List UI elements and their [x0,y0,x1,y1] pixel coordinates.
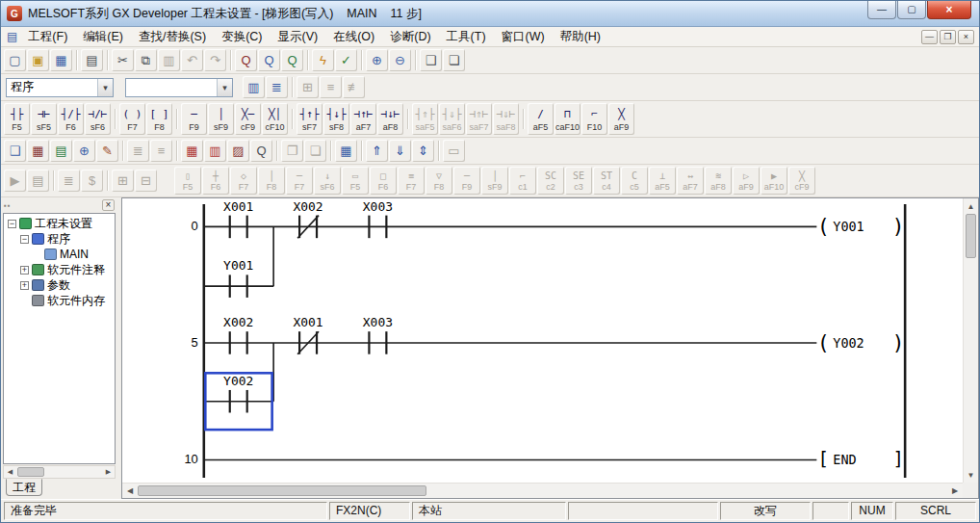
vertical-scrollbar[interactable]: ▲ ▼ [963,198,978,483]
expander-icon[interactable]: − [8,220,16,228]
delete-vertical-line-button[interactable]: ╳│cF10 [262,103,288,135]
find-contact-coil-button[interactable]: Q [235,49,257,71]
horizontal-scrollbar[interactable]: ◀ ▶ [122,483,963,498]
cut-button[interactable]: ✂ [112,49,134,71]
collapse-all-button[interactable]: ⊟ [135,170,157,192]
tree-item-device-comment[interactable]: +软元件注释 [4,262,115,277]
scroll-up-icon[interactable]: ▲ [964,198,978,214]
horizontal-line-button[interactable]: ─F9 [181,103,207,135]
pulse-conversion-button[interactable]: ⊓caF10 [554,103,580,135]
scroll-thumb[interactable] [17,467,44,477]
falling-pulse-button[interactable]: ┤↓├sF8 [323,103,349,135]
convert-program-button[interactable]: ϟ [312,49,334,71]
sfc-st-button[interactable]: STc4 [593,167,620,195]
tab-project[interactable]: 工程 [6,479,42,496]
menu-item-find-replace[interactable]: 查找/替换(S) [131,28,214,46]
menu-item-window[interactable]: 窗口(W) [494,28,553,46]
scroll-thumb[interactable] [966,214,976,258]
note-edit-button[interactable]: ≢ [343,76,365,98]
contact-X001[interactable]: X001 [223,199,253,238]
comment-edit-button[interactable]: ⊞ [297,76,319,98]
tile-windows-button[interactable]: ❐ [281,140,303,162]
find-instruction-button[interactable]: Q [281,49,303,71]
contact-X003[interactable]: X003 [363,199,393,238]
contact-Y002[interactable]: Y002 [223,374,253,412]
menu-item-tools[interactable]: 工具(T) [439,28,494,46]
program-check-button[interactable]: ✓ [335,49,357,71]
cascade-windows-button[interactable]: ❏ [304,140,326,162]
menu-item-online[interactable]: 在线(O) [325,28,382,46]
open-contact-parallel-button[interactable]: ⊣⊢sF5 [31,103,57,135]
sfc-end-step-button[interactable]: │F8 [258,167,285,195]
open-contact-button[interactable]: ┤├F5 [4,103,30,135]
sfc-transition-button[interactable]: ─F7 [286,167,313,195]
menu-item-diagnostics[interactable]: 诊断(D) [382,28,438,46]
menu-item-edit[interactable]: 编辑(E) [75,28,131,46]
data-type-combo[interactable]: 程序▾ [6,78,114,97]
sfc-step-button[interactable]: ▯F5 [174,167,201,195]
maximize-button[interactable]: ▢ [897,1,926,19]
trace-window-button[interactable]: ▥ [204,140,226,162]
drag-grip-icon[interactable]: ▪▪ [4,201,12,210]
delete-temporary-button[interactable]: ▦ [181,140,203,162]
sfc-c9-button[interactable]: ╳cF9 [788,167,815,195]
sfc-a5-button[interactable]: ⊥aF5 [649,167,676,195]
write-to-plc-button[interactable]: ⇑ [366,140,388,162]
scroll-left-icon[interactable]: ◀ [122,484,138,498]
statement-window-button[interactable]: ≡ [150,140,172,162]
sfc-parallel-branch-button[interactable]: ▭F5 [342,167,369,195]
enlarge-ladder-button[interactable]: ⊕ [73,140,95,162]
rising-pulse-op-parallel-button[interactable]: ⊣⇑⊢saF7 [466,103,492,135]
expand-all-button[interactable]: ⊞ [112,170,134,192]
sfc-se-button[interactable]: SEc3 [565,167,592,195]
sfc-a10-button[interactable]: ▶aF10 [761,167,787,195]
redo-button[interactable]: ↷ [204,49,226,71]
data-name-combo[interactable]: ▾ [125,78,233,97]
falling-pulse-parallel-button[interactable]: ⊣↓⊢aF8 [377,103,403,135]
comment-window-button[interactable]: ≣ [127,140,149,162]
parallel-branch[interactable]: Y001 [204,226,273,298]
window-data-list-button[interactable]: ❑ [4,140,26,162]
mdi-restore-button[interactable]: ❐ [940,30,956,44]
menu-item-project[interactable]: 工程(F) [20,28,75,46]
new-project-button[interactable]: ▢ [4,49,26,71]
falling-pulse-op-parallel-button[interactable]: ⊣⇓⊢saF8 [493,103,519,135]
scroll-thumb[interactable] [138,485,426,496]
undo-button[interactable]: ↶ [181,49,203,71]
comment-display-button[interactable]: ❏ [443,49,465,71]
sfc-vertical-button[interactable]: ▽F8 [426,167,452,195]
sfc-display-button[interactable]: ▤ [27,170,49,192]
verify-with-plc-button[interactable]: ⇕ [412,140,434,162]
scroll-down-icon[interactable]: ▼ [964,467,978,483]
vertical-line-button[interactable]: │sF9 [208,103,234,135]
sfc-c-button[interactable]: Cc5 [621,167,648,195]
sfc-a9-button[interactable]: ▷aF9 [733,167,760,195]
scroll-right-icon[interactable]: ▶ [102,466,115,478]
contact-Y001[interactable]: Y001 [223,259,253,298]
invert-operation-button[interactable]: ∕aF5 [528,103,554,135]
delete-horizontal-line-button[interactable]: ╳─cF9 [235,103,261,135]
copy-button[interactable]: ⧉ [135,49,157,71]
macro-button[interactable]: $ [81,170,103,192]
ladder-rung-10[interactable]: 10[END] [184,450,903,470]
logic-test-button[interactable]: ▶ [4,170,26,192]
menu-item-convert[interactable]: 变换(C) [214,28,270,46]
print-button[interactable]: ▤ [81,49,103,71]
ladder-rung-5[interactable]: 5X002X001X003(Y002)Y002 [192,315,905,430]
erase-line-button[interactable]: ╳aF9 [608,103,634,135]
scroll-left-icon[interactable]: ◀ [4,466,16,478]
rising-pulse-op-button[interactable]: ┤⇑├saF5 [412,103,438,135]
device-use-list-button[interactable]: ▤ [50,140,72,162]
device-memory-display-button[interactable]: ▦ [335,140,357,162]
ladder-rung-0[interactable]: 0X001X002X003(Y001)Y001 [192,199,905,298]
read-from-plc-button[interactable]: ⇓ [389,140,411,162]
sfc-parallel-merge-button[interactable]: ≡F7 [398,167,425,195]
mdi-minimize-button[interactable]: — [921,30,938,44]
edit-ladder-button[interactable]: ✎ [96,140,118,162]
panel-close-button[interactable]: × [102,199,115,211]
expander-icon[interactable]: + [20,281,29,290]
project-data-list-button[interactable]: ❑ [420,49,442,71]
instruction-END[interactable]: [END] [818,450,904,470]
parallel-branch[interactable]: Y002 [204,343,273,430]
sfc-selection-merge-button[interactable]: □F6 [370,167,397,195]
